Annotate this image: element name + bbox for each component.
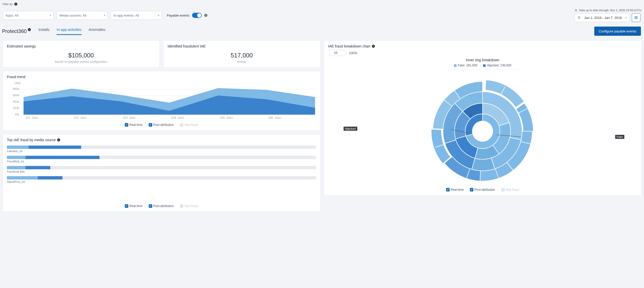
identified-sub: events (168, 60, 316, 64)
page-header: Protect360 i Installs In-app activities … (0, 22, 644, 38)
crumb-pct: 100% (349, 51, 357, 55)
savings-sub: based on payable events configuration (7, 60, 155, 64)
iae-fraud-breakdown-card: IAE fraud breakdown chart i All 100% Inn… (324, 40, 642, 195)
sunburst-bottom-legend: ✓Real-time ✓Post-attribution Non fraud (328, 185, 637, 191)
legend-post-attribution[interactable]: ✓Post-attribution (149, 123, 174, 127)
sunburst-subtitle: Inner ring breakdown (328, 58, 637, 62)
settings-button[interactable] (632, 13, 640, 22)
legend-real-time[interactable]: ✓Real-time (125, 204, 142, 208)
date-range-value: Jan 1, 2018 - Jan 7, 2018 (584, 16, 622, 20)
info-icon[interactable]: i (14, 3, 17, 6)
sunburst-chart[interactable]: Hijacked Fake (328, 73, 637, 185)
legend-real-time[interactable]: ✓Real-time (446, 188, 464, 191)
svg-text:0k: 0k (15, 113, 20, 116)
svg-text:20k: 20k (13, 107, 20, 110)
calendar-icon: 🗓 (577, 16, 581, 20)
main-grid: Estimated savings $105,000 based on paya… (0, 38, 644, 214)
page-title: Protect360 i (2, 28, 31, 34)
svg-text:IAE: IAE (14, 82, 21, 85)
svg-text:03 Jan: 03 Jan (123, 116, 135, 119)
svg-point-0 (635, 16, 636, 17)
svg-text:60k: 60k (13, 94, 20, 97)
card-title: IAE fraud breakdown chart i (328, 44, 637, 48)
media-row: HijackPros_int (7, 176, 316, 183)
chevron-down-icon: ▾ (50, 14, 51, 17)
trend-legend: ✓Real-time ✓Post-attribution Non fraud (7, 123, 316, 127)
filter-by-label: Filter by: i (3, 3, 641, 6)
chevron-down-icon: ▾ (625, 16, 627, 19)
card-title: Identified fraudulent IAE (168, 44, 316, 48)
card-title: Estimated savings (7, 44, 155, 48)
crumb-all[interactable]: All (329, 50, 344, 56)
legend-fake: Fake: 281,000 (454, 64, 477, 67)
tab-anomalies[interactable]: Anomalies (89, 28, 105, 35)
svg-text:04 Jan: 04 Jan (171, 116, 184, 119)
sliders-icon (634, 16, 638, 20)
legend-real-time[interactable]: ✓Real-time (125, 123, 142, 127)
svg-text:05 Jan: 05 Jan (220, 116, 233, 119)
media-row: Facebook Ads (7, 166, 316, 173)
card-title: Top IAE fraud by media source i (7, 138, 316, 142)
info-icon[interactable]: i (204, 14, 207, 17)
tab-in-app-activities[interactable]: In-app activities (57, 28, 81, 35)
legend-non-fraud: Non fraud (501, 188, 519, 191)
media-row: FakeAds_int (7, 146, 316, 153)
card-title: Fraud trend (7, 75, 316, 79)
svg-text:80k: 80k (13, 88, 20, 90)
legend-hijacked: Hijacked: 236,000 (483, 64, 511, 67)
media-legend: ✓Real-time ✓Post-attribution ✓Non fraud (7, 204, 316, 208)
savings-value: $105,000 (7, 52, 155, 59)
legend-post-attribution[interactable]: ✓Post-attribution (149, 204, 174, 208)
date-range-picker[interactable]: 🗓 Jan 1, 2018 - Jan 7, 2018 ▾ (575, 13, 629, 22)
media-row: FloodMob_int (7, 156, 316, 163)
info-icon[interactable]: i (28, 28, 31, 31)
svg-text:02 Jan: 02 Jan (74, 116, 87, 119)
apps-select[interactable]: Apps: All▾ (3, 11, 54, 20)
info-icon[interactable]: i (372, 45, 375, 48)
top-iae-media-source-card: Top IAE fraud by media source i FakeAds_… (3, 134, 320, 212)
identified-iae-card: Identified fraudulent IAE 517,000 events (163, 40, 320, 67)
data-status-text: Data up to date through: Nov 1, 2020 23:… (579, 9, 641, 12)
svg-point-2 (635, 18, 636, 19)
filter-bar: Filter by: i Apps: All▾ Media sources: A… (0, 0, 644, 22)
calendar-icon: 🗓 (575, 9, 577, 12)
fraud-trend-card: Fraud trend IAE 0k 20k 40k 60k (3, 71, 320, 130)
info-icon[interactable]: i (57, 138, 60, 141)
data-status-group: 🗓 Data up to date through: Nov 1, 2020 2… (575, 9, 641, 22)
sunburst-breadcrumb: All 100% (329, 50, 637, 56)
media-sources-select[interactable]: Media sources: All▾ (57, 11, 108, 20)
identified-value: 517,000 (168, 52, 316, 59)
sunburst-tag-hijacked: Hijacked (344, 127, 357, 131)
sunburst-legend: Fake: 281,000 Hijacked: 236,000 (447, 64, 518, 69)
payable-events-label: Payable events (167, 14, 190, 17)
media-label: FakeAds_int (7, 150, 316, 153)
tab-installs[interactable]: Installs (39, 28, 50, 35)
sunburst-tag-fake: Fake (615, 135, 624, 139)
svg-text:01 Jan: 01 Jan (26, 116, 38, 119)
fraud-trend-chart: IAE 0k 20k 40k 60k 80k (7, 81, 316, 120)
media-label: Facebook Ads (7, 170, 316, 173)
legend-post-attribution[interactable]: ✓Post-attribution (470, 188, 495, 191)
svg-text:06 Jan: 06 Jan (269, 116, 281, 119)
tabs: Installs In-app activities Anomalies (39, 28, 105, 35)
legend-non-fraud: Non fraud (180, 123, 198, 127)
media-label: FloodMob_int (7, 160, 316, 163)
legend-non-fraud: ✓Non fraud (180, 204, 198, 208)
chevron-down-icon: ▾ (104, 14, 105, 17)
inapp-events-select[interactable]: In-app events: All▾ (111, 11, 162, 20)
payable-events-toggle[interactable] (192, 13, 202, 18)
svg-point-1 (636, 17, 637, 18)
media-label: HijackPros_int (7, 180, 316, 183)
estimated-savings-card: Estimated savings $105,000 based on paya… (3, 40, 160, 67)
chevron-down-icon: ▾ (158, 14, 159, 17)
configure-payable-events-button[interactable]: Configure payable events (594, 27, 641, 36)
svg-text:40k: 40k (13, 100, 20, 103)
payable-events-group: Payable events i (167, 13, 207, 18)
